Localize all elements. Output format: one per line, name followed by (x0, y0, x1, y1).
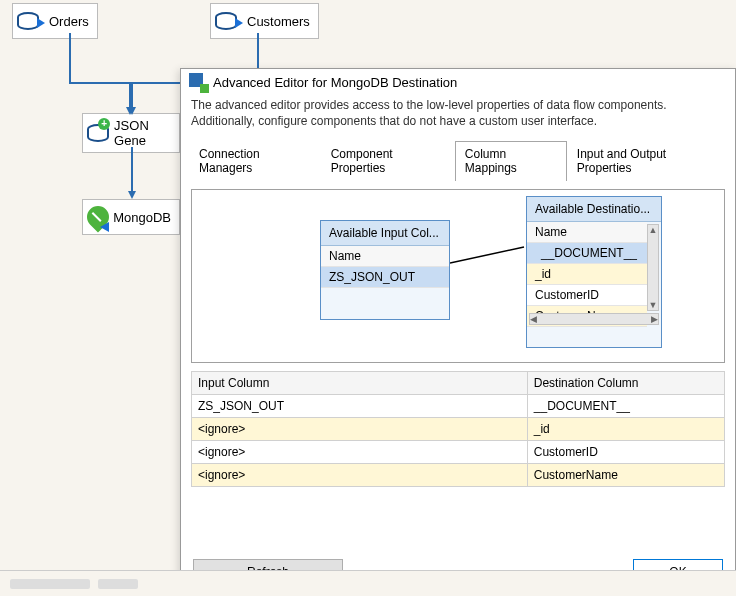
horizontal-scrollbar[interactable]: ◀▶ (529, 313, 659, 325)
flow-label: MongoDB (113, 210, 171, 225)
cell-destination[interactable]: CustomerName (527, 464, 724, 487)
column-header: Name (321, 246, 449, 267)
available-input-columns-box[interactable]: Available Input Col... Name ZS_JSON_OUT (320, 220, 450, 320)
tab-component-properties[interactable]: Component Properties (321, 141, 455, 181)
listbox-title: Available Input Col... (321, 221, 449, 246)
available-destination-columns-box[interactable]: Available Destinatio... Name __DOCUMENT_… (526, 196, 662, 348)
cell-input[interactable]: <ignore> (192, 464, 528, 487)
json-generator-icon: + (87, 120, 108, 146)
tab-connection-managers[interactable]: Connection Managers (189, 141, 321, 181)
datasource-icon (215, 8, 241, 34)
dialog-titlebar: Advanced Editor for MongoDB Destination (181, 69, 735, 93)
status-segment (98, 579, 138, 589)
cell-destination[interactable]: __DOCUMENT__ (527, 395, 724, 418)
tab-input-output-properties[interactable]: Input and Output Properties (567, 141, 727, 181)
cell-destination[interactable]: CustomerID (527, 441, 724, 464)
dialog-icon (189, 73, 207, 91)
datasource-icon (17, 8, 43, 34)
chevron-down-icon[interactable]: ▼ (649, 300, 658, 310)
dialog-description: The advanced editor provides access to t… (181, 93, 735, 141)
flow-label: Customers (247, 14, 310, 29)
tab-column-mappings[interactable]: Column Mappings (455, 141, 567, 181)
tab-strip: Connection Managers Component Properties… (189, 141, 727, 181)
svg-line-0 (450, 247, 524, 263)
destination-column-item[interactable]: _id (527, 264, 647, 285)
table-row[interactable]: <ignore> CustomerID (192, 441, 725, 464)
flow-label: JSON Gene (114, 118, 171, 148)
flow-node-orders[interactable]: Orders (12, 3, 98, 39)
flow-node-customers[interactable]: Customers (210, 3, 319, 39)
dialog-title: Advanced Editor for MongoDB Destination (213, 75, 457, 90)
status-bar (0, 570, 736, 596)
destination-column-item[interactable]: CustomerID (527, 285, 647, 306)
table-row[interactable]: <ignore> _id (192, 418, 725, 441)
table-row[interactable]: <ignore> CustomerName (192, 464, 725, 487)
mongodb-destination-icon (87, 204, 107, 230)
mapping-connector (450, 245, 526, 265)
mapping-table[interactable]: Input Column Destination Column ZS_JSON_… (191, 371, 725, 487)
cell-input[interactable]: <ignore> (192, 441, 528, 464)
table-header-destination: Destination Column (527, 372, 724, 395)
column-header: Name (527, 222, 647, 243)
flow-node-json-generator[interactable]: + JSON Gene (82, 113, 180, 153)
mapping-canvas: Available Input Col... Name ZS_JSON_OUT … (191, 189, 725, 363)
advanced-editor-dialog: Advanced Editor for MongoDB Destination … (180, 68, 736, 596)
table-row[interactable]: ZS_JSON_OUT __DOCUMENT__ (192, 395, 725, 418)
destination-column-item[interactable]: __DOCUMENT__ (527, 243, 647, 264)
cell-input[interactable]: ZS_JSON_OUT (192, 395, 528, 418)
chevron-right-icon[interactable]: ▶ (651, 314, 658, 324)
input-column-item[interactable]: ZS_JSON_OUT (321, 267, 449, 288)
chevron-up-icon[interactable]: ▲ (649, 225, 658, 235)
cell-input[interactable]: <ignore> (192, 418, 528, 441)
status-segment (10, 579, 90, 589)
flow-label: Orders (49, 14, 89, 29)
table-header-input: Input Column (192, 372, 528, 395)
flow-node-mongodb[interactable]: MongoDB (82, 199, 180, 235)
listbox-title: Available Destinatio... (527, 197, 661, 222)
vertical-scrollbar[interactable]: ▲▼ (647, 224, 659, 311)
chevron-left-icon[interactable]: ◀ (530, 314, 537, 324)
cell-destination[interactable]: _id (527, 418, 724, 441)
